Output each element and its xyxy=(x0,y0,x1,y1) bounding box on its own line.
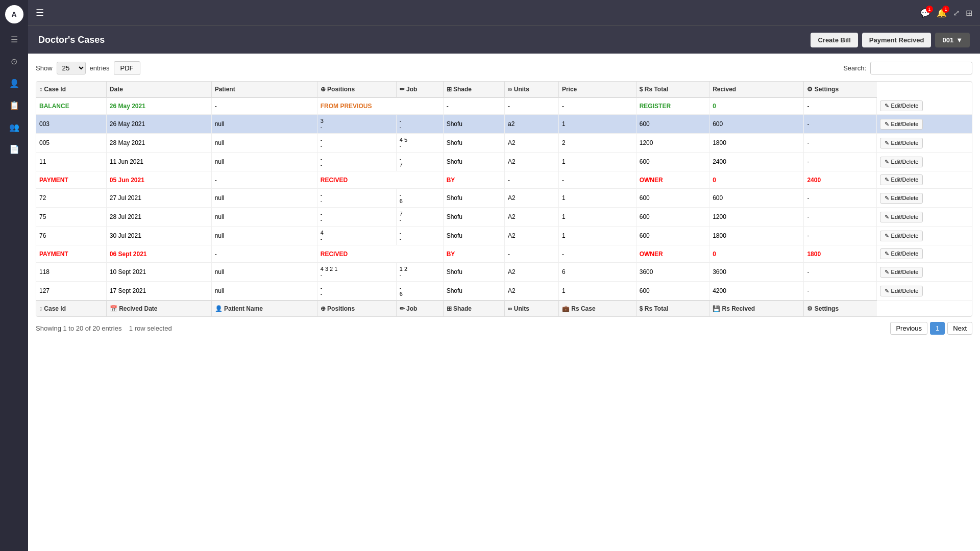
cell-job: BY xyxy=(447,177,455,184)
cell-shade: A2 xyxy=(504,134,558,153)
cell-patient: null xyxy=(211,227,317,245)
cell-price: 600 xyxy=(636,208,709,227)
cell-date: 26 May 2021 xyxy=(106,115,211,134)
content-area: Show 10 25 50 100 entries PDF Search: xyxy=(28,54,980,551)
col-units[interactable]: ∞ Units xyxy=(504,82,558,97)
col-settings[interactable]: ⚙ Settings xyxy=(804,82,877,97)
foot-shade[interactable]: ⊞ Shade xyxy=(443,300,504,316)
data-table: ↕ Case Id Date Patient ⊕ Positions ✏ Job… xyxy=(36,82,972,316)
col-positions[interactable]: ⊕ Positions xyxy=(317,82,396,97)
foot-settings[interactable]: ⚙ Settings xyxy=(804,300,877,316)
cell-case-id: BALANCE xyxy=(39,103,69,110)
col-date[interactable]: Date xyxy=(106,82,211,97)
sidebar-icon-users[interactable]: 👤 xyxy=(0,72,28,94)
table-row: 72 27 Jul 2021 null - - - 6 Shofu A2 1 6… xyxy=(36,189,972,208)
cell-positions: 4 - xyxy=(317,227,396,245)
edit-delete-button[interactable]: ✎ Edit/Delete xyxy=(880,138,923,148)
cell-rs-total: 3600 xyxy=(709,263,804,282)
cell-positions-right: 7 - xyxy=(396,208,443,227)
cell-date: 11 Jun 2021 xyxy=(106,153,211,171)
main-area: ☰ 💬 1 🔔 1 ⤢ ⊞ Doctor's Cases Create Bill… xyxy=(28,0,980,551)
controls-left: Show 10 25 50 100 entries PDF xyxy=(36,61,140,75)
foot-rs-total[interactable]: $ Rs Total xyxy=(636,300,709,316)
edit-delete-button[interactable]: ✎ Edit/Delete xyxy=(880,231,923,241)
next-button[interactable]: Next xyxy=(947,322,972,335)
search-input[interactable] xyxy=(870,62,972,74)
foot-units[interactable]: ∞ Units xyxy=(504,300,558,316)
cell-price: OWNER xyxy=(640,251,663,258)
foot-patient-name[interactable]: 👤 Patient Name xyxy=(211,300,317,316)
create-bill-button[interactable]: Create Bill xyxy=(811,33,857,47)
cell-received: - xyxy=(804,97,877,115)
payment-received-button[interactable]: Payment Recived xyxy=(862,33,932,47)
cell-rs-total: 1800 xyxy=(709,134,804,153)
foot-case-id[interactable]: ↕ Case Id xyxy=(36,300,106,316)
cell-units: 6 xyxy=(558,263,636,282)
sidebar-icon-menu[interactable]: ☰ xyxy=(0,29,28,51)
cell-patient: null xyxy=(211,189,317,208)
bell-icon[interactable]: 🔔 1 xyxy=(937,8,947,18)
show-select[interactable]: 10 25 50 100 xyxy=(57,62,86,74)
cell-positions-label: RECIVED xyxy=(321,251,348,258)
chat-icon[interactable]: 💬 1 xyxy=(920,8,930,18)
pdf-button[interactable]: PDF xyxy=(114,61,140,75)
edit-delete-button[interactable]: ✎ Edit/Delete xyxy=(880,174,923,185)
col-patient[interactable]: Patient xyxy=(211,82,317,97)
dropdown-button[interactable]: 001 ▼ xyxy=(935,33,970,47)
table-row: 127 17 Sept 2021 null - - - 6 Shofu A2 1… xyxy=(36,282,972,301)
col-received[interactable]: Recived xyxy=(709,82,804,97)
cell-patient: - xyxy=(211,171,317,189)
cell-positions-right: 1 2 - xyxy=(396,263,443,282)
table-header-row: ↕ Case Id Date Patient ⊕ Positions ✏ Job… xyxy=(36,82,972,97)
cell-units: 2 xyxy=(558,134,636,153)
edit-delete-button[interactable]: ✎ Edit/Delete xyxy=(880,157,923,167)
topbar-left: ☰ xyxy=(36,7,44,18)
col-shade[interactable]: ⊞ Shade xyxy=(443,82,504,97)
cell-shade: a2 xyxy=(504,115,558,134)
edit-delete-button[interactable]: ✎ Edit/Delete xyxy=(880,267,923,278)
topbar-right: 💬 1 🔔 1 ⤢ ⊞ xyxy=(920,8,972,18)
edit-delete-button[interactable]: ✎ Edit/Delete xyxy=(880,101,923,111)
cell-rs-total: 1200 xyxy=(709,208,804,227)
edit-delete-button[interactable]: ✎ Edit/Delete xyxy=(880,286,923,296)
cell-case-id: PAYMENT xyxy=(39,177,68,184)
sidebar-icon-dashboard[interactable]: ⊙ xyxy=(0,51,28,72)
foot-rs-case[interactable]: 💼 Rs Case xyxy=(558,300,636,316)
col-case-id[interactable]: ↕ Case Id xyxy=(36,82,106,97)
edit-delete-button[interactable]: ✎ Edit/Delete xyxy=(880,248,923,259)
cell-job: Shofu xyxy=(443,134,504,153)
col-rs-total[interactable]: $ Rs Total xyxy=(636,82,709,97)
hamburger-icon[interactable]: ☰ xyxy=(36,7,44,18)
cell-rs-total: 2400 xyxy=(709,153,804,171)
cell-positions: - - xyxy=(317,134,396,153)
foot-job[interactable]: ✏ Job xyxy=(396,300,443,316)
foot-positions[interactable]: ⊕ Positions xyxy=(317,300,396,316)
cell-positions: - - xyxy=(317,208,396,227)
cell-units: - xyxy=(558,245,636,263)
previous-button[interactable]: Previous xyxy=(890,322,927,335)
sidebar-icon-reports[interactable]: 📋 xyxy=(0,94,28,116)
cell-patient: - xyxy=(211,245,317,263)
cell-job: Shofu xyxy=(443,208,504,227)
foot-rs-received[interactable]: 💾 Rs Recived xyxy=(709,300,804,316)
sidebar-icon-cases[interactable]: 📄 xyxy=(0,138,28,160)
app-logo[interactable]: A xyxy=(5,5,23,23)
col-job[interactable]: ✏ Job xyxy=(396,82,443,97)
foot-received-date[interactable]: 📅 Recived Date xyxy=(106,300,211,316)
cell-price: 600 xyxy=(636,153,709,171)
edit-delete-button[interactable]: ✎ Edit/Delete xyxy=(880,212,923,222)
cell-units: 1 xyxy=(558,208,636,227)
cell-received: - xyxy=(804,153,877,171)
col-price[interactable]: Price xyxy=(558,82,636,97)
cell-rs-total: 600 xyxy=(709,189,804,208)
sidebar-icon-group[interactable]: 👥 xyxy=(0,116,28,138)
chat-badge: 1 xyxy=(926,6,933,13)
cell-positions-right: - 7 xyxy=(396,153,443,171)
page-header: Doctor's Cases Create Bill Payment Reciv… xyxy=(28,26,980,54)
expand-icon[interactable]: ⤢ xyxy=(953,8,960,18)
page-1-button[interactable]: 1 xyxy=(930,322,945,335)
cell-shade: A2 xyxy=(504,153,558,171)
grid-icon[interactable]: ⊞ xyxy=(966,8,972,18)
edit-delete-button[interactable]: ✎ Edit/Delete xyxy=(880,193,923,204)
edit-delete-button[interactable]: ✎ Edit/Delete xyxy=(880,119,923,130)
